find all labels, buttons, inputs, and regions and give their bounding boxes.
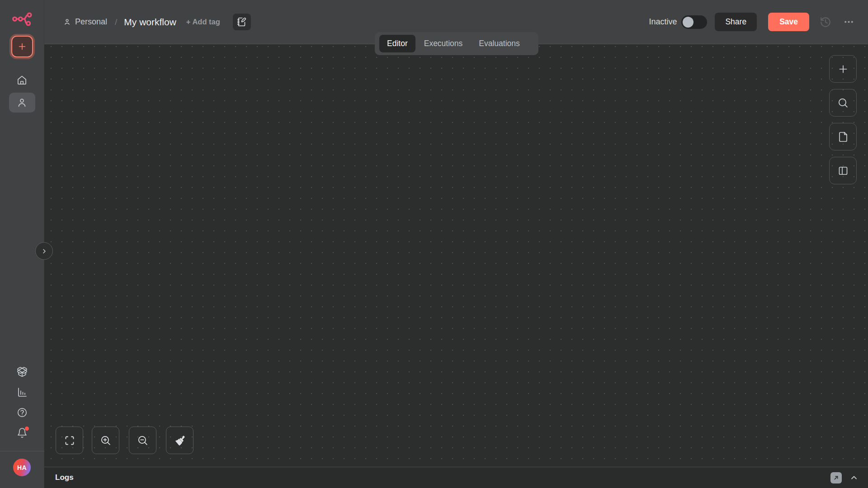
- notification-badge: [25, 427, 29, 431]
- sidebar-item-personal[interactable]: [9, 93, 35, 113]
- tidy-up-button[interactable]: [166, 427, 193, 454]
- file-icon: [838, 131, 849, 142]
- toggle-panel-button[interactable]: [829, 157, 857, 184]
- sticky-note-button[interactable]: [829, 123, 857, 150]
- home-icon: [17, 75, 27, 85]
- breadcrumb: Personal / My workflow + Add tag: [63, 0, 251, 44]
- activate-toggle[interactable]: [681, 15, 707, 29]
- tab-executions[interactable]: Executions: [416, 35, 471, 52]
- avatar[interactable]: HA: [13, 459, 31, 476]
- zoom-out-button[interactable]: [129, 427, 156, 454]
- breadcrumb-project-label: Personal: [75, 17, 107, 27]
- user-icon: [17, 98, 27, 108]
- view-tabs: Editor Executions Evaluations: [375, 32, 538, 55]
- n8n-workflow-editor: HA Personal / My workflow + Add tag: [0, 0, 868, 488]
- create-workflow-button[interactable]: [11, 36, 33, 57]
- sidebar-item-templates[interactable]: [9, 363, 35, 381]
- add-tag-button[interactable]: + Add tag: [186, 18, 220, 26]
- package-open-icon: [17, 366, 28, 377]
- workflow-canvas[interactable]: [44, 44, 868, 467]
- save-button[interactable]: Save: [768, 13, 809, 31]
- zoom-in-icon: [100, 435, 111, 446]
- logs-panel[interactable]: Logs: [44, 467, 868, 488]
- search-icon: [837, 97, 849, 108]
- sidebar-divider: [0, 451, 44, 451]
- sidebar-expand-button[interactable]: [35, 242, 53, 260]
- workflow-notes-button[interactable]: [233, 14, 251, 30]
- toggle-knob: [683, 17, 693, 28]
- share-button[interactable]: Share: [715, 13, 757, 31]
- n8n-logo[interactable]: [11, 12, 33, 26]
- sidebar-item-insights[interactable]: [9, 383, 35, 401]
- user-small-icon: [63, 18, 71, 26]
- add-node-button[interactable]: [829, 55, 857, 83]
- tab-editor[interactable]: Editor: [379, 35, 415, 52]
- bar-chart-icon: [17, 387, 28, 398]
- plus-icon: [17, 42, 27, 52]
- sidebar: HA: [0, 0, 44, 488]
- workflow-title[interactable]: My workflow: [124, 17, 176, 28]
- plus-icon: [837, 63, 849, 75]
- breadcrumb-separator: /: [115, 17, 117, 27]
- fit-view-button[interactable]: [56, 427, 83, 454]
- chevron-right-icon: [41, 248, 48, 255]
- sidebar-bottom-group: HA: [0, 361, 44, 488]
- fit-view-icon: [64, 435, 75, 446]
- sidebar-item-home[interactable]: [9, 70, 35, 90]
- header-actions: Inactive Share Save: [649, 0, 854, 44]
- more-options-icon[interactable]: [843, 16, 854, 28]
- sidebar-item-help[interactable]: [9, 404, 35, 422]
- zoom-out-icon: [137, 435, 148, 446]
- zoom-in-button[interactable]: [92, 427, 119, 454]
- logs-title: Logs: [55, 473, 74, 482]
- notebook-pen-icon: [237, 17, 246, 27]
- sidebar-item-notifications[interactable]: [9, 424, 35, 442]
- panel-left-icon: [838, 165, 849, 176]
- history-icon[interactable]: [820, 16, 831, 28]
- workflow-status-label: Inactive: [649, 17, 677, 27]
- help-circle-icon: [17, 407, 28, 418]
- breadcrumb-project[interactable]: Personal: [63, 17, 107, 27]
- paintbrush-icon: [175, 435, 185, 446]
- chevron-up-icon[interactable]: [849, 473, 859, 482]
- open-logs-window-icon[interactable]: [830, 472, 842, 483]
- search-nodes-button[interactable]: [829, 89, 857, 117]
- logs-controls: [830, 472, 868, 483]
- tab-evaluations[interactable]: Evaluations: [471, 35, 527, 52]
